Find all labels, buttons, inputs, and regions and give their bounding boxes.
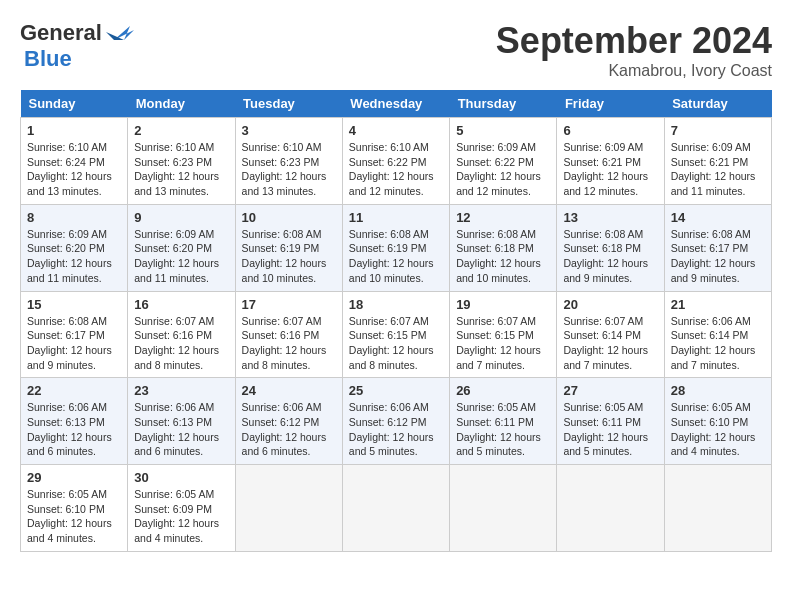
logo-blue-text: Blue: [24, 46, 72, 71]
table-row: 21 Sunrise: 6:06 AM Sunset: 6:14 PM Dayl…: [664, 291, 771, 378]
day-info: Sunrise: 6:08 AM Sunset: 6:17 PM Dayligh…: [27, 314, 121, 373]
table-row: 29 Sunrise: 6:05 AM Sunset: 6:10 PM Dayl…: [21, 465, 128, 552]
day-number: 23: [134, 383, 228, 398]
table-row: 9 Sunrise: 6:09 AM Sunset: 6:20 PM Dayli…: [128, 204, 235, 291]
table-row: 23 Sunrise: 6:06 AM Sunset: 6:13 PM Dayl…: [128, 378, 235, 465]
day-info: Sunrise: 6:05 AM Sunset: 6:09 PM Dayligh…: [134, 487, 228, 546]
day-info: Sunrise: 6:05 AM Sunset: 6:10 PM Dayligh…: [671, 400, 765, 459]
day-number: 19: [456, 297, 550, 312]
table-row: 19 Sunrise: 6:07 AM Sunset: 6:15 PM Dayl…: [450, 291, 557, 378]
table-row: 17 Sunrise: 6:07 AM Sunset: 6:16 PM Dayl…: [235, 291, 342, 378]
day-info: Sunrise: 6:09 AM Sunset: 6:21 PM Dayligh…: [671, 140, 765, 199]
calendar-week-row: 22 Sunrise: 6:06 AM Sunset: 6:13 PM Dayl…: [21, 378, 772, 465]
table-row: 18 Sunrise: 6:07 AM Sunset: 6:15 PM Dayl…: [342, 291, 449, 378]
page-header: General Blue September 2024 Kamabrou, Iv…: [20, 20, 772, 80]
calendar-table: Sunday Monday Tuesday Wednesday Thursday…: [20, 90, 772, 552]
day-number: 2: [134, 123, 228, 138]
location: Kamabrou, Ivory Coast: [496, 62, 772, 80]
day-number: 30: [134, 470, 228, 485]
day-info: Sunrise: 6:08 AM Sunset: 6:17 PM Dayligh…: [671, 227, 765, 286]
day-number: 18: [349, 297, 443, 312]
day-info: Sunrise: 6:08 AM Sunset: 6:18 PM Dayligh…: [456, 227, 550, 286]
table-row: 11 Sunrise: 6:08 AM Sunset: 6:19 PM Dayl…: [342, 204, 449, 291]
table-row: 2 Sunrise: 6:10 AM Sunset: 6:23 PM Dayli…: [128, 118, 235, 205]
day-info: Sunrise: 6:05 AM Sunset: 6:10 PM Dayligh…: [27, 487, 121, 546]
header-wednesday: Wednesday: [342, 90, 449, 118]
day-number: 4: [349, 123, 443, 138]
day-number: 1: [27, 123, 121, 138]
table-row: 20 Sunrise: 6:07 AM Sunset: 6:14 PM Dayl…: [557, 291, 664, 378]
day-number: 21: [671, 297, 765, 312]
table-row: [664, 465, 771, 552]
day-info: Sunrise: 6:06 AM Sunset: 6:14 PM Dayligh…: [671, 314, 765, 373]
day-info: Sunrise: 6:07 AM Sunset: 6:15 PM Dayligh…: [349, 314, 443, 373]
day-info: Sunrise: 6:06 AM Sunset: 6:12 PM Dayligh…: [349, 400, 443, 459]
day-info: Sunrise: 6:08 AM Sunset: 6:19 PM Dayligh…: [242, 227, 336, 286]
table-row: 15 Sunrise: 6:08 AM Sunset: 6:17 PM Dayl…: [21, 291, 128, 378]
day-number: 25: [349, 383, 443, 398]
day-number: 27: [563, 383, 657, 398]
header-saturday: Saturday: [664, 90, 771, 118]
header-thursday: Thursday: [450, 90, 557, 118]
day-info: Sunrise: 6:05 AM Sunset: 6:11 PM Dayligh…: [563, 400, 657, 459]
header-friday: Friday: [557, 90, 664, 118]
day-info: Sunrise: 6:07 AM Sunset: 6:14 PM Dayligh…: [563, 314, 657, 373]
table-row: 28 Sunrise: 6:05 AM Sunset: 6:10 PM Dayl…: [664, 378, 771, 465]
table-row: 6 Sunrise: 6:09 AM Sunset: 6:21 PM Dayli…: [557, 118, 664, 205]
table-row: 10 Sunrise: 6:08 AM Sunset: 6:19 PM Dayl…: [235, 204, 342, 291]
table-row: 7 Sunrise: 6:09 AM Sunset: 6:21 PM Dayli…: [664, 118, 771, 205]
table-row: 30 Sunrise: 6:05 AM Sunset: 6:09 PM Dayl…: [128, 465, 235, 552]
day-number: 8: [27, 210, 121, 225]
table-row: 1 Sunrise: 6:10 AM Sunset: 6:24 PM Dayli…: [21, 118, 128, 205]
table-row: [557, 465, 664, 552]
table-row: 22 Sunrise: 6:06 AM Sunset: 6:13 PM Dayl…: [21, 378, 128, 465]
day-info: Sunrise: 6:06 AM Sunset: 6:13 PM Dayligh…: [27, 400, 121, 459]
day-number: 15: [27, 297, 121, 312]
header-monday: Monday: [128, 90, 235, 118]
day-info: Sunrise: 6:10 AM Sunset: 6:23 PM Dayligh…: [242, 140, 336, 199]
table-row: 14 Sunrise: 6:08 AM Sunset: 6:17 PM Dayl…: [664, 204, 771, 291]
table-row: 24 Sunrise: 6:06 AM Sunset: 6:12 PM Dayl…: [235, 378, 342, 465]
day-info: Sunrise: 6:09 AM Sunset: 6:20 PM Dayligh…: [27, 227, 121, 286]
logo-general-text: General: [20, 20, 102, 46]
month-title: September 2024: [496, 20, 772, 62]
day-number: 6: [563, 123, 657, 138]
header-tuesday: Tuesday: [235, 90, 342, 118]
day-number: 20: [563, 297, 657, 312]
table-row: 26 Sunrise: 6:05 AM Sunset: 6:11 PM Dayl…: [450, 378, 557, 465]
day-info: Sunrise: 6:09 AM Sunset: 6:20 PM Dayligh…: [134, 227, 228, 286]
day-number: 22: [27, 383, 121, 398]
day-info: Sunrise: 6:10 AM Sunset: 6:23 PM Dayligh…: [134, 140, 228, 199]
day-number: 26: [456, 383, 550, 398]
day-info: Sunrise: 6:09 AM Sunset: 6:21 PM Dayligh…: [563, 140, 657, 199]
logo: General Blue: [20, 20, 134, 72]
day-number: 9: [134, 210, 228, 225]
table-row: 4 Sunrise: 6:10 AM Sunset: 6:22 PM Dayli…: [342, 118, 449, 205]
logo-bird-icon: [106, 22, 134, 44]
calendar-week-row: 15 Sunrise: 6:08 AM Sunset: 6:17 PM Dayl…: [21, 291, 772, 378]
day-number: 7: [671, 123, 765, 138]
day-number: 3: [242, 123, 336, 138]
day-number: 28: [671, 383, 765, 398]
table-row: 25 Sunrise: 6:06 AM Sunset: 6:12 PM Dayl…: [342, 378, 449, 465]
table-row: [342, 465, 449, 552]
day-info: Sunrise: 6:08 AM Sunset: 6:18 PM Dayligh…: [563, 227, 657, 286]
table-row: 27 Sunrise: 6:05 AM Sunset: 6:11 PM Dayl…: [557, 378, 664, 465]
day-info: Sunrise: 6:06 AM Sunset: 6:13 PM Dayligh…: [134, 400, 228, 459]
table-row: 13 Sunrise: 6:08 AM Sunset: 6:18 PM Dayl…: [557, 204, 664, 291]
day-number: 29: [27, 470, 121, 485]
calendar-week-row: 29 Sunrise: 6:05 AM Sunset: 6:10 PM Dayl…: [21, 465, 772, 552]
day-info: Sunrise: 6:07 AM Sunset: 6:15 PM Dayligh…: [456, 314, 550, 373]
title-area: September 2024 Kamabrou, Ivory Coast: [496, 20, 772, 80]
day-number: 16: [134, 297, 228, 312]
calendar-week-row: 1 Sunrise: 6:10 AM Sunset: 6:24 PM Dayli…: [21, 118, 772, 205]
day-number: 24: [242, 383, 336, 398]
calendar-header-row: Sunday Monday Tuesday Wednesday Thursday…: [21, 90, 772, 118]
table-row: 12 Sunrise: 6:08 AM Sunset: 6:18 PM Dayl…: [450, 204, 557, 291]
day-info: Sunrise: 6:10 AM Sunset: 6:24 PM Dayligh…: [27, 140, 121, 199]
day-number: 11: [349, 210, 443, 225]
day-number: 13: [563, 210, 657, 225]
day-number: 17: [242, 297, 336, 312]
day-info: Sunrise: 6:10 AM Sunset: 6:22 PM Dayligh…: [349, 140, 443, 199]
header-sunday: Sunday: [21, 90, 128, 118]
